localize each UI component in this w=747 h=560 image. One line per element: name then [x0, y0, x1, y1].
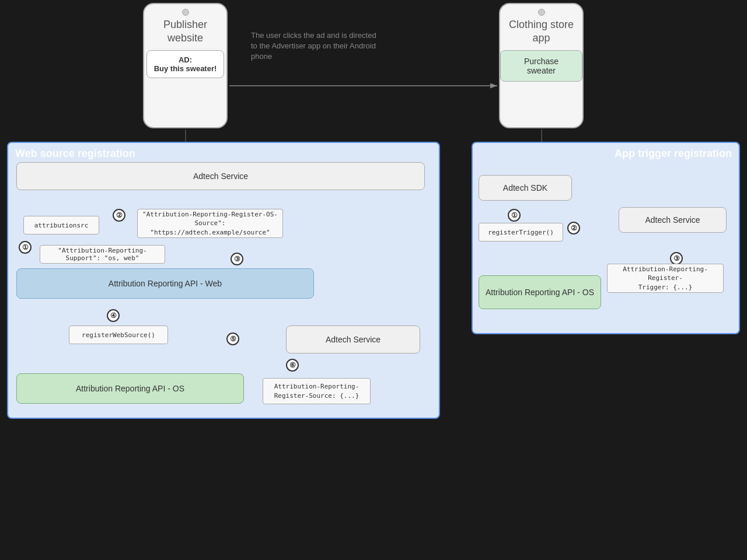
step-3-right: ③	[670, 252, 683, 265]
register-web-source-code: registerWebSource()	[69, 326, 168, 344]
register-os-source-code: "Attribution-Reporting-Register-OS-Sourc…	[137, 209, 283, 238]
diagram-area: Publisher website AD: Buy this sweater! …	[0, 0, 747, 560]
publisher-phone: Publisher website AD: Buy this sweater!	[143, 3, 228, 128]
step-1-right: ①	[508, 209, 521, 222]
support-code: "Attribution-Reporting-Support": "os, we…	[40, 245, 165, 264]
step-2-right: ②	[567, 222, 580, 235]
step-4-left: ④	[107, 309, 120, 322]
left-api-os: Attribution Reporting API - OS	[16, 373, 244, 404]
step-6-left: ⑥	[286, 359, 299, 372]
click-annotation: The user clicks the ad and is directed t…	[251, 30, 379, 62]
right-api-os: Attribution Reporting API - OS	[479, 275, 601, 309]
app-trigger-label: App trigger registration	[480, 148, 732, 160]
left-api-web: Attribution Reporting API - Web	[16, 268, 314, 299]
publisher-phone-title: Publisher website	[144, 18, 226, 46]
right-adtech-service: Adtech Service	[619, 207, 727, 233]
attributionsrc-code: attributionsrc	[23, 216, 99, 235]
ad-label: AD:	[179, 55, 192, 64]
publisher-phone-camera	[182, 9, 189, 16]
web-source-label: Web source registration	[15, 148, 135, 160]
store-phone-camera	[538, 9, 545, 16]
store-phone-title: Clothing store app	[500, 18, 582, 46]
right-adtech-sdk: Adtech SDK	[479, 175, 572, 201]
left-adtech-service-bottom: Adtech Service	[286, 326, 420, 354]
ad-text: Buy this sweater!	[154, 64, 217, 73]
store-phone: Clothing store app Purchase sweater	[499, 3, 584, 128]
store-purchase-button: Purchase sweater	[500, 50, 582, 82]
left-adtech-service-top: Adtech Service	[16, 162, 425, 190]
register-trigger-header-code: Attribution-Reporting-Register- Trigger:…	[607, 264, 724, 293]
register-source-code: Attribution-Reporting- Register-Source: …	[263, 378, 371, 404]
register-trigger-code: registerTrigger()	[479, 223, 563, 242]
step-5-left: ⑤	[226, 332, 239, 345]
step-1-left: ①	[19, 241, 32, 254]
step-3-left: ③	[231, 253, 243, 265]
step-2-left: ②	[113, 209, 125, 222]
publisher-ad-content: AD: Buy this sweater!	[146, 50, 225, 78]
